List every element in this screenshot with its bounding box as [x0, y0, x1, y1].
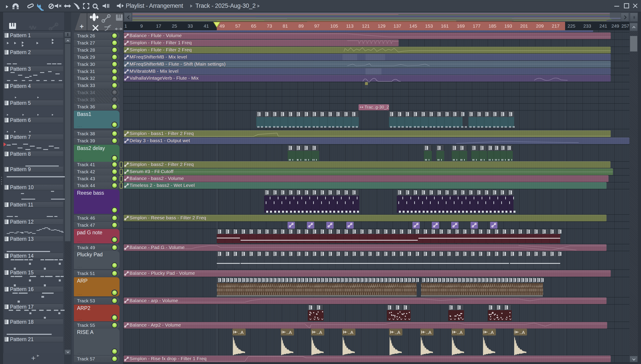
svg-text:..A: ..A — [348, 330, 354, 335]
svg-text:..A: ..A — [286, 330, 292, 335]
svg-text:..A: ..A — [457, 330, 463, 335]
svg-text:..A: ..A — [317, 330, 322, 335]
svg-text:..A: ..A — [520, 330, 525, 335]
svg-text:..A: ..A — [395, 330, 400, 335]
svg-text:..A: ..A — [488, 330, 494, 335]
svg-text:..A: ..A — [238, 330, 244, 335]
svg-text:..A: ..A — [426, 330, 432, 335]
